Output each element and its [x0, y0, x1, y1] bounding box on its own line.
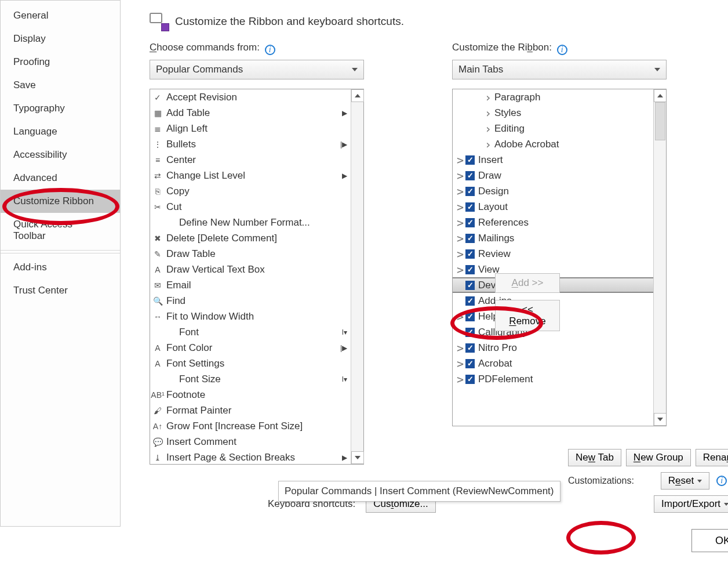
sidebar-item[interactable]: Proofing	[1, 50, 120, 74]
expand-icon[interactable]: >	[456, 372, 464, 386]
rename-button[interactable]: Rename...	[696, 449, 728, 466]
tree-tab-item[interactable]: >Layout	[453, 199, 653, 215]
command-item[interactable]: ↔Fit to Window Width	[150, 309, 351, 324]
command-item[interactable]: ⋮Bullets|▶	[150, 136, 351, 152]
checkbox-icon[interactable]	[465, 187, 475, 196]
commands-listbox[interactable]: ✓Accept Revision▦Add Table▶≣Align Left⋮B…	[150, 89, 364, 465]
choose-commands-combo[interactable]: Popular Commands	[150, 60, 364, 79]
sidebar-item[interactable]: Trust Center	[1, 279, 120, 302]
expand-icon[interactable]: >	[456, 247, 464, 261]
command-item[interactable]: FontI▾	[150, 324, 351, 340]
command-tooltip: Popular Commands | Insert Comment (Revie…	[278, 481, 560, 502]
commands-scrollbar[interactable]	[351, 89, 363, 464]
new-group-button[interactable]: New Group	[626, 449, 691, 466]
command-item[interactable]: ✖Delete [Delete Comment]	[150, 230, 351, 246]
checkbox-icon[interactable]	[465, 328, 475, 337]
info-icon[interactable]: i	[716, 476, 727, 486]
sidebar-item[interactable]: Display	[1, 27, 120, 50]
info-icon[interactable]: i	[265, 45, 275, 55]
command-item[interactable]: ⇄Change List Level▶	[150, 168, 351, 183]
sidebar-item[interactable]: Add-ins	[1, 256, 120, 279]
tree-tab-item[interactable]: >PDFelement	[453, 371, 653, 387]
sidebar-item[interactable]: Language	[1, 120, 120, 143]
sidebar-item[interactable]: Typography	[1, 97, 120, 120]
command-item[interactable]: ▦Add Table▶	[150, 105, 351, 121]
sidebar-item[interactable]: Advanced	[1, 166, 120, 190]
tree-tab-item[interactable]: >Draw	[453, 168, 653, 183]
checkbox-icon[interactable]	[465, 296, 475, 306]
command-item[interactable]: Font SizeI▾	[150, 371, 351, 387]
expand-icon[interactable]: >	[456, 169, 464, 183]
ok-button[interactable]: OK	[691, 529, 728, 552]
tree-tab-item[interactable]: >Nitro Pro	[453, 340, 653, 356]
command-item[interactable]: ⎘Copy	[150, 183, 351, 199]
add-button[interactable]: Add >>	[495, 273, 560, 293]
command-item[interactable]: ✂Cut	[150, 199, 351, 215]
remove-button[interactable]: << Remove	[495, 300, 560, 331]
tree-tab-item[interactable]: >Mailings	[453, 230, 653, 246]
expand-icon[interactable]: >	[456, 216, 464, 230]
command-item[interactable]: AFont Color|▶	[150, 340, 351, 356]
checkbox-icon[interactable]	[465, 202, 475, 212]
sidebar-item[interactable]: Save	[1, 74, 120, 97]
tree-group-item[interactable]: ›Adobe Acrobat	[453, 136, 653, 152]
checkbox-icon[interactable]	[465, 218, 475, 227]
tree-group-item[interactable]: ›Styles	[453, 105, 653, 121]
command-item[interactable]: 🖌Format Painter	[150, 403, 351, 418]
checkbox-icon[interactable]	[465, 249, 475, 259]
command-item[interactable]: 💬Insert Comment	[150, 434, 351, 450]
sidebar-item[interactable]: General	[1, 4, 120, 27]
command-item[interactable]: AFont Settings	[150, 356, 351, 371]
expand-icon[interactable]: >	[456, 357, 464, 371]
command-item[interactable]: ≣Align Left	[150, 121, 351, 136]
command-item[interactable]: AB¹Footnote	[150, 387, 351, 403]
checkbox-icon[interactable]	[465, 155, 475, 165]
tree-tab-item[interactable]: >Review	[453, 246, 653, 262]
tree-tab-item[interactable]: >References	[453, 215, 653, 230]
checkbox-icon[interactable]	[465, 234, 475, 243]
command-item[interactable]: ✉Email	[150, 277, 351, 293]
tree-tab-item[interactable]: >Acrobat	[453, 356, 653, 371]
expand-icon[interactable]: >	[456, 231, 464, 245]
tree-group-item[interactable]: ›Editing	[453, 121, 653, 136]
command-item[interactable]: A↑Grow Font [Increase Font Size]	[150, 418, 351, 434]
expand-icon[interactable]: >	[456, 310, 464, 324]
checkbox-icon[interactable]	[465, 281, 475, 290]
scroll-down-button[interactable]	[654, 413, 667, 426]
command-item[interactable]: Define New Number Format...	[150, 215, 351, 230]
info-icon[interactable]: i	[557, 45, 567, 55]
scroll-thumb[interactable]	[655, 102, 665, 140]
expand-icon[interactable]: >	[456, 184, 464, 198]
import-export-button[interactable]: Import/Export	[654, 495, 728, 513]
command-item[interactable]: ≡Center	[150, 152, 351, 168]
command-item[interactable]: ✓Accept Revision	[150, 89, 351, 105]
command-item[interactable]: ⤓Insert Page & Section Breaks▶	[150, 450, 351, 464]
sidebar-item[interactable]: Customize Ribbon	[1, 190, 120, 213]
checkbox-icon[interactable]	[465, 359, 475, 368]
expand-icon[interactable]: >	[456, 263, 464, 277]
ribbon-combo[interactable]: Main Tabs	[452, 60, 667, 79]
checkbox-icon[interactable]	[465, 375, 475, 384]
tree-group-item[interactable]: ›Paragraph	[453, 89, 653, 105]
sidebar-item[interactable]: Accessibility	[1, 143, 120, 166]
tree-tab-item[interactable]: >Design	[453, 183, 653, 199]
sidebar-item[interactable]: Quick Access Toolbar	[1, 213, 120, 248]
new-tab-button[interactable]: New Tab	[568, 449, 621, 466]
checkbox-icon[interactable]	[465, 343, 475, 353]
tree-tab-item[interactable]: >Insert	[453, 152, 653, 168]
expand-icon[interactable]: >	[456, 200, 464, 214]
checkbox-icon[interactable]	[465, 312, 475, 321]
scroll-down-button[interactable]	[351, 451, 364, 464]
checkbox-icon[interactable]	[465, 171, 475, 180]
command-item[interactable]: ADraw Vertical Text Box	[150, 262, 351, 277]
reset-button[interactable]: Reset	[661, 472, 709, 490]
scroll-up-button[interactable]	[654, 89, 667, 102]
ribbon-tree[interactable]: ›Paragraph›Styles›Editing›Adobe Acrobat>…	[452, 89, 667, 426]
expand-icon[interactable]: >	[456, 341, 464, 355]
expand-icon[interactable]: >	[456, 153, 464, 167]
command-item[interactable]: ✎Draw Table	[150, 246, 351, 262]
scroll-up-button[interactable]	[351, 89, 364, 102]
command-item[interactable]: 🔍Find	[150, 293, 351, 309]
checkbox-icon[interactable]	[465, 265, 475, 274]
tree-scrollbar[interactable]	[653, 89, 666, 426]
